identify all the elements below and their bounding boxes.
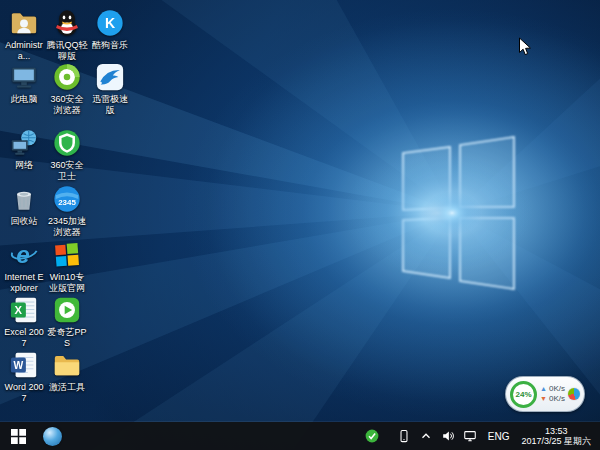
ie-icon: e (9, 240, 39, 270)
desktop-icon-label: 360安全卫士 (46, 160, 88, 182)
network-globe-icon (9, 128, 39, 158)
taskbar: ENG 13:53 2017/3/25 星期六 (0, 422, 600, 450)
network-monitor-icon (463, 429, 477, 443)
desktop-icon-360-safe[interactable]: 360安全卫士 (46, 128, 88, 182)
taskbar-pinned-browser[interactable] (36, 422, 68, 450)
speed-ball-widget[interactable]: 24% ▲ 0K/s ▼ 0K/s (505, 376, 585, 412)
system-tray: ENG 13:53 2017/3/25 星期六 (361, 422, 600, 450)
tray-mobile[interactable] (393, 422, 415, 450)
computer-icon (9, 62, 39, 92)
desktop-icon-label: Internet Explorer (3, 272, 45, 294)
desktop-icon-recycle-bin[interactable]: 回收站 (3, 184, 45, 227)
word-icon: W (9, 350, 39, 380)
desktop-icon-label: Word 2007 (3, 382, 45, 404)
desktop-icon-internet-explorer[interactable]: e Internet Explorer (3, 240, 45, 294)
user-folder-icon (9, 8, 39, 38)
desktop-icon-iqiyi[interactable]: 爱奇艺PPS (46, 295, 88, 349)
language-indicator[interactable]: ENG (481, 422, 517, 450)
desktop-icon-network[interactable]: 网络 (3, 128, 45, 171)
recycle-bin-icon (9, 184, 39, 214)
desktop-icon-label: 迅雷极速版 (89, 94, 131, 116)
360-browser-icon (52, 62, 82, 92)
upload-speed-row: ▲ 0K/s (540, 384, 568, 394)
mobile-icon (397, 429, 411, 443)
tray-network[interactable] (459, 422, 481, 450)
download-speed-value: 0K/s (549, 394, 565, 404)
svg-text:W: W (14, 360, 24, 371)
qq-penguin-icon (52, 8, 82, 38)
desktop-icon-2345-browser[interactable]: 2345 2345加速浏览器 (46, 184, 88, 238)
memory-usage-percent: 24% (515, 390, 531, 399)
desktop-icon-360-browser[interactable]: 360安全浏览器 (46, 62, 88, 116)
desktop-icon-excel[interactable]: X Excel 2007 (3, 295, 45, 349)
desktop-icon-label: 激活工具 (46, 382, 88, 393)
desktop-icon-label: 回收站 (3, 216, 45, 227)
svg-text:2345: 2345 (58, 198, 76, 207)
upload-arrow-icon: ▲ (540, 384, 547, 394)
thunder-bird-icon (95, 62, 125, 92)
kugou-music-icon: K (95, 8, 125, 38)
desktop-icon-label: 此电脑 (3, 94, 45, 105)
desktop-icon-label: Administra... (3, 40, 45, 62)
svg-text:X: X (15, 304, 23, 316)
360-shield-icon (52, 128, 82, 158)
tray-safety-status[interactable] (361, 422, 383, 450)
svg-text:K: K (105, 15, 116, 31)
desktop-icon-activation-tool[interactable]: 激活工具 (46, 350, 88, 393)
desktop-icon-label: 网络 (3, 160, 45, 171)
clock-time: 13:53 (521, 426, 591, 437)
memory-usage-gauge[interactable]: 24% (510, 381, 537, 408)
upload-speed-value: 0K/s (549, 384, 565, 394)
desktop-icon-kugou[interactable]: K 酷狗音乐 (89, 8, 131, 51)
desktop-icon-label: 2345加速浏览器 (46, 216, 88, 238)
desktop-icon-administrator[interactable]: Administra... (3, 8, 45, 62)
chevron-up-icon (419, 429, 433, 443)
clock-date: 2017/3/25 星期六 (521, 436, 591, 447)
desktop-icon-label: 爱奇艺PPS (46, 327, 88, 349)
volume-icon (441, 429, 455, 443)
tray-hidden-icons[interactable] (415, 422, 437, 450)
desktop-icon-xunlei[interactable]: 迅雷极速版 (89, 62, 131, 116)
desktop-icon-qq[interactable]: 腾讯QQ轻聊版 (46, 8, 88, 62)
iqiyi-play-icon (52, 295, 82, 325)
desktop-icon-label: 腾讯QQ轻聊版 (46, 40, 88, 62)
download-speed-row: ▼ 0K/s (540, 394, 568, 404)
browser-ball-icon (43, 427, 62, 446)
desktop-icon-win10-site[interactable]: Win10专业版官网 (46, 240, 88, 294)
windows-start-icon (11, 429, 26, 444)
tray-volume[interactable] (437, 422, 459, 450)
desktop-icon-label: Win10专业版官网 (46, 272, 88, 294)
start-button[interactable] (0, 422, 36, 450)
win10-tiles-icon (52, 240, 82, 270)
download-arrow-icon: ▼ (540, 394, 547, 404)
yellow-folder-icon (52, 350, 82, 380)
desktop-icon-word[interactable]: W Word 2007 (3, 350, 45, 404)
safety-check-icon (365, 429, 379, 443)
clock[interactable]: 13:53 2017/3/25 星期六 (516, 422, 600, 450)
widget-logo-icon[interactable] (568, 388, 580, 400)
desktop-icon-label: Excel 2007 (3, 327, 45, 349)
desktop-icon-label: 360安全浏览器 (46, 94, 88, 116)
network-speeds: ▲ 0K/s ▼ 0K/s (537, 384, 568, 404)
desktop-icon-this-pc[interactable]: 此电脑 (3, 62, 45, 105)
desktop-icon-label: 酷狗音乐 (89, 40, 131, 51)
excel-icon: X (9, 295, 39, 325)
2345-browser-icon: 2345 (52, 184, 82, 214)
svg-text:e: e (16, 241, 30, 268)
